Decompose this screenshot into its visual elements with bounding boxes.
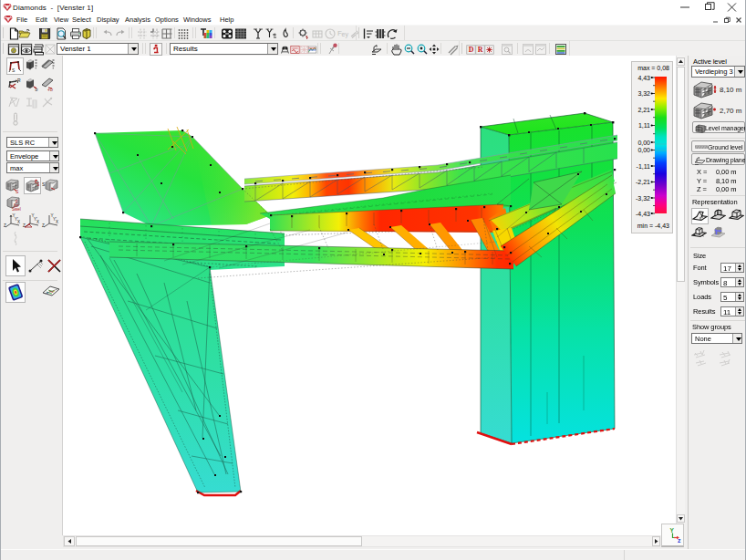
svg-text:Y: Y [670,527,675,534]
svg-text:+σ: +σ [47,87,54,92]
svg-text:S: S [36,181,40,187]
svg-text:Z: Z [4,223,6,228]
svg-text:Swel: Swel [12,207,21,212]
svg-text:2,70 m: 2,70 m [720,107,742,115]
svg-text:-4,43: -4,43 [636,211,650,217]
svg-text:S: S [12,67,16,73]
svg-text:8,10 m: 8,10 m [720,86,742,94]
svg-text:σ: σ [36,87,39,92]
svg-text:0,00: 0,00 [637,140,650,146]
svg-text:3,32: 3,32 [637,90,650,97]
svg-text:R: R [17,78,21,83]
svg-text:-2,21: -2,21 [636,179,650,185]
svg-text:max = 0,08: max = 0,08 [637,65,669,71]
svg-text:2,21: 2,21 [637,107,650,113]
svg-text:X: X [36,220,39,224]
svg-text:z: z [678,537,681,544]
svg-text:4,43: 4,43 [637,75,650,81]
svg-text:X: X [56,220,58,224]
svg-text:min = -4,43: min = -4,43 [637,223,669,229]
svg-text:1,11: 1,11 [638,122,650,129]
svg-text:0,00: 0,00 [637,147,650,153]
svg-text:R: R [477,46,482,54]
svg-text:S: S [16,189,19,194]
svg-text:X: X [17,220,20,224]
svg-text:D: D [468,46,473,54]
svg-text:-1,11: -1,11 [637,163,651,170]
svg-text:-3,32: -3,32 [636,195,650,202]
svg-text:S: S [42,181,46,187]
svg-text:Z: Z [42,223,45,228]
